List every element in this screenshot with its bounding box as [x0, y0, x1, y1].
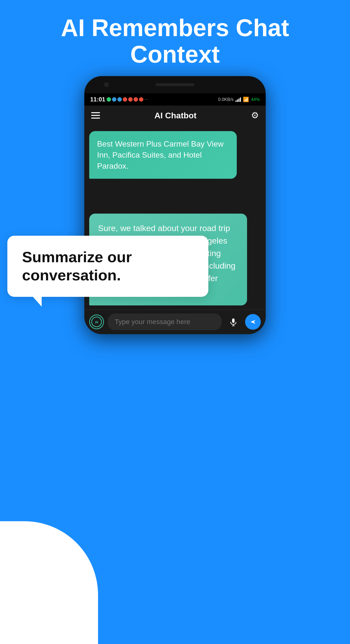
send-button[interactable] [245, 314, 261, 330]
signal-bar-2 [237, 100, 238, 102]
page-title: AI Remembers Chat Context [0, 15, 350, 68]
app-header: AI Chatbot ⚙ [84, 106, 266, 125]
app-icon-5 [128, 97, 133, 102]
phone-notch [84, 76, 266, 93]
message-input-area: AI [84, 309, 266, 334]
data-speed: 0.0KB/s [218, 97, 234, 102]
signal-bar-1 [236, 100, 236, 102]
wifi-icon: 📶 [243, 96, 249, 102]
battery-icon: 44% [251, 97, 260, 102]
settings-icon[interactable]: ⚙ [251, 110, 259, 120]
app-icon-3 [117, 97, 122, 102]
svg-text:AI: AI [95, 320, 98, 324]
hamburger-line-3 [91, 118, 100, 118]
message-input[interactable] [108, 314, 222, 330]
status-right: 0.0KB/s 📶 44% [218, 96, 260, 102]
hamburger-line-2 [91, 115, 100, 116]
ai-bot-icon: AI [91, 316, 102, 327]
app-icon-2 [112, 97, 116, 102]
menu-button[interactable] [91, 112, 100, 118]
mic-icon [229, 318, 238, 326]
battery-percent: 44% [251, 97, 260, 102]
microphone-button[interactable] [225, 314, 241, 330]
status-bar: 11:01 ··· 0.0KB/s [84, 93, 266, 106]
hamburger-line-1 [91, 112, 100, 113]
more-apps-indicator: ··· [144, 97, 148, 102]
speech-bubble: Summarize our conversation. [7, 236, 208, 297]
ai-message-1-text: Best Western Plus Carmel Bay View Inn, P… [97, 140, 223, 170]
app-icon-1 [107, 97, 111, 102]
svg-rect-2 [232, 318, 235, 323]
ai-message-1: Best Western Plus Carmel Bay View Inn, P… [89, 131, 237, 179]
send-icon [249, 318, 257, 326]
status-time: 11:01 [90, 96, 105, 103]
chatbot-title: AI Chatbot [155, 111, 196, 120]
front-camera [104, 82, 109, 87]
signal-bar-3 [238, 98, 239, 102]
app-icon-4 [123, 97, 127, 102]
chat-messages-area: Best Western Plus Carmel Bay View Inn, P… [84, 125, 266, 209]
status-app-icons: ··· [107, 97, 148, 102]
phone-speaker [155, 83, 195, 86]
app-icon-6 [134, 97, 138, 102]
signal-bar-4 [240, 98, 241, 102]
signal-strength-icon [236, 97, 241, 102]
ai-avatar: AI [89, 314, 104, 329]
speech-bubble-text: Summarize our conversation. [22, 248, 132, 284]
status-left: 11:01 ··· [90, 96, 148, 103]
app-icon-7 [139, 97, 143, 102]
